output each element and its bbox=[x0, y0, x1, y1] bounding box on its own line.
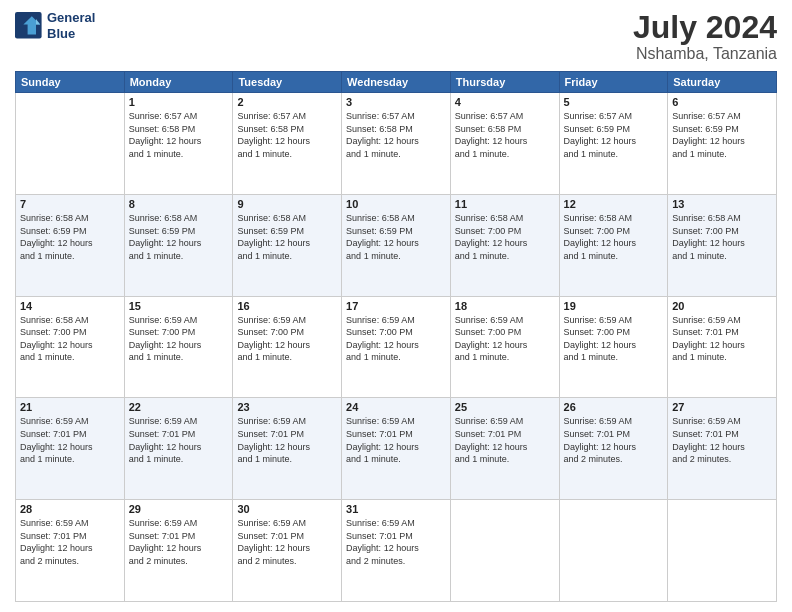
day-info: Sunrise: 6:57 AMSunset: 6:58 PMDaylight:… bbox=[346, 110, 446, 160]
calendar-cell bbox=[559, 500, 668, 602]
calendar-cell: 30Sunrise: 6:59 AMSunset: 7:01 PMDayligh… bbox=[233, 500, 342, 602]
calendar-cell: 1Sunrise: 6:57 AMSunset: 6:58 PMDaylight… bbox=[124, 93, 233, 195]
calendar-cell: 22Sunrise: 6:59 AMSunset: 7:01 PMDayligh… bbox=[124, 398, 233, 500]
location: Nshamba, Tanzania bbox=[633, 45, 777, 63]
calendar-week-row: 28Sunrise: 6:59 AMSunset: 7:01 PMDayligh… bbox=[16, 500, 777, 602]
day-number: 14 bbox=[20, 300, 120, 312]
day-number: 9 bbox=[237, 198, 337, 210]
day-info: Sunrise: 6:57 AMSunset: 6:59 PMDaylight:… bbox=[672, 110, 772, 160]
day-number: 1 bbox=[129, 96, 229, 108]
calendar-cell: 18Sunrise: 6:59 AMSunset: 7:00 PMDayligh… bbox=[450, 296, 559, 398]
day-info: Sunrise: 6:59 AMSunset: 7:01 PMDaylight:… bbox=[672, 314, 772, 364]
calendar-cell: 31Sunrise: 6:59 AMSunset: 7:01 PMDayligh… bbox=[342, 500, 451, 602]
day-info: Sunrise: 6:59 AMSunset: 7:00 PMDaylight:… bbox=[455, 314, 555, 364]
day-number: 20 bbox=[672, 300, 772, 312]
month-year: July 2024 bbox=[633, 10, 777, 45]
day-info: Sunrise: 6:59 AMSunset: 7:01 PMDaylight:… bbox=[564, 415, 664, 465]
day-header-sunday: Sunday bbox=[16, 72, 125, 93]
calendar-cell: 8Sunrise: 6:58 AMSunset: 6:59 PMDaylight… bbox=[124, 194, 233, 296]
day-number: 24 bbox=[346, 401, 446, 413]
calendar-cell bbox=[16, 93, 125, 195]
day-info: Sunrise: 6:57 AMSunset: 6:58 PMDaylight:… bbox=[455, 110, 555, 160]
calendar-cell: 9Sunrise: 6:58 AMSunset: 6:59 PMDaylight… bbox=[233, 194, 342, 296]
day-info: Sunrise: 6:57 AMSunset: 6:58 PMDaylight:… bbox=[237, 110, 337, 160]
calendar-cell: 24Sunrise: 6:59 AMSunset: 7:01 PMDayligh… bbox=[342, 398, 451, 500]
day-number: 7 bbox=[20, 198, 120, 210]
day-info: Sunrise: 6:59 AMSunset: 7:01 PMDaylight:… bbox=[129, 415, 229, 465]
day-info: Sunrise: 6:58 AMSunset: 6:59 PMDaylight:… bbox=[346, 212, 446, 262]
day-number: 4 bbox=[455, 96, 555, 108]
calendar-cell: 6Sunrise: 6:57 AMSunset: 6:59 PMDaylight… bbox=[668, 93, 777, 195]
calendar-cell: 7Sunrise: 6:58 AMSunset: 6:59 PMDaylight… bbox=[16, 194, 125, 296]
day-info: Sunrise: 6:59 AMSunset: 7:01 PMDaylight:… bbox=[346, 415, 446, 465]
day-header-friday: Friday bbox=[559, 72, 668, 93]
day-info: Sunrise: 6:58 AMSunset: 6:59 PMDaylight:… bbox=[129, 212, 229, 262]
day-header-tuesday: Tuesday bbox=[233, 72, 342, 93]
day-info: Sunrise: 6:59 AMSunset: 7:00 PMDaylight:… bbox=[129, 314, 229, 364]
day-number: 15 bbox=[129, 300, 229, 312]
calendar-week-row: 21Sunrise: 6:59 AMSunset: 7:01 PMDayligh… bbox=[16, 398, 777, 500]
calendar-cell: 10Sunrise: 6:58 AMSunset: 6:59 PMDayligh… bbox=[342, 194, 451, 296]
day-number: 10 bbox=[346, 198, 446, 210]
calendar-cell: 21Sunrise: 6:59 AMSunset: 7:01 PMDayligh… bbox=[16, 398, 125, 500]
day-info: Sunrise: 6:58 AMSunset: 6:59 PMDaylight:… bbox=[20, 212, 120, 262]
day-info: Sunrise: 6:59 AMSunset: 7:01 PMDaylight:… bbox=[20, 517, 120, 567]
day-info: Sunrise: 6:59 AMSunset: 7:01 PMDaylight:… bbox=[346, 517, 446, 567]
day-number: 27 bbox=[672, 401, 772, 413]
calendar-cell: 25Sunrise: 6:59 AMSunset: 7:01 PMDayligh… bbox=[450, 398, 559, 500]
calendar-cell: 19Sunrise: 6:59 AMSunset: 7:00 PMDayligh… bbox=[559, 296, 668, 398]
logo: General Blue bbox=[15, 10, 95, 41]
calendar-cell: 12Sunrise: 6:58 AMSunset: 7:00 PMDayligh… bbox=[559, 194, 668, 296]
calendar-cell: 28Sunrise: 6:59 AMSunset: 7:01 PMDayligh… bbox=[16, 500, 125, 602]
day-info: Sunrise: 6:58 AMSunset: 7:00 PMDaylight:… bbox=[672, 212, 772, 262]
calendar-header-row: SundayMondayTuesdayWednesdayThursdayFrid… bbox=[16, 72, 777, 93]
calendar-table: SundayMondayTuesdayWednesdayThursdayFrid… bbox=[15, 71, 777, 602]
day-header-wednesday: Wednesday bbox=[342, 72, 451, 93]
title-block: July 2024 Nshamba, Tanzania bbox=[633, 10, 777, 63]
calendar-cell: 17Sunrise: 6:59 AMSunset: 7:00 PMDayligh… bbox=[342, 296, 451, 398]
calendar-cell: 13Sunrise: 6:58 AMSunset: 7:00 PMDayligh… bbox=[668, 194, 777, 296]
day-number: 6 bbox=[672, 96, 772, 108]
day-number: 13 bbox=[672, 198, 772, 210]
day-info: Sunrise: 6:59 AMSunset: 7:00 PMDaylight:… bbox=[346, 314, 446, 364]
day-header-saturday: Saturday bbox=[668, 72, 777, 93]
calendar-cell: 14Sunrise: 6:58 AMSunset: 7:00 PMDayligh… bbox=[16, 296, 125, 398]
day-number: 17 bbox=[346, 300, 446, 312]
day-number: 26 bbox=[564, 401, 664, 413]
calendar-cell: 23Sunrise: 6:59 AMSunset: 7:01 PMDayligh… bbox=[233, 398, 342, 500]
calendar-cell: 15Sunrise: 6:59 AMSunset: 7:00 PMDayligh… bbox=[124, 296, 233, 398]
page: General Blue July 2024 Nshamba, Tanzania… bbox=[0, 0, 792, 612]
general-blue-icon bbox=[15, 12, 43, 40]
day-info: Sunrise: 6:58 AMSunset: 7:00 PMDaylight:… bbox=[455, 212, 555, 262]
day-number: 28 bbox=[20, 503, 120, 515]
day-info: Sunrise: 6:59 AMSunset: 7:01 PMDaylight:… bbox=[237, 415, 337, 465]
logo-text: General Blue bbox=[47, 10, 95, 41]
day-number: 22 bbox=[129, 401, 229, 413]
calendar-week-row: 1Sunrise: 6:57 AMSunset: 6:58 PMDaylight… bbox=[16, 93, 777, 195]
logo-line2: Blue bbox=[47, 26, 95, 42]
day-info: Sunrise: 6:59 AMSunset: 7:00 PMDaylight:… bbox=[237, 314, 337, 364]
calendar-cell: 3Sunrise: 6:57 AMSunset: 6:58 PMDaylight… bbox=[342, 93, 451, 195]
calendar-cell bbox=[450, 500, 559, 602]
day-info: Sunrise: 6:59 AMSunset: 7:01 PMDaylight:… bbox=[129, 517, 229, 567]
day-info: Sunrise: 6:59 AMSunset: 7:01 PMDaylight:… bbox=[20, 415, 120, 465]
calendar-cell: 29Sunrise: 6:59 AMSunset: 7:01 PMDayligh… bbox=[124, 500, 233, 602]
header: General Blue July 2024 Nshamba, Tanzania bbox=[15, 10, 777, 63]
calendar-cell bbox=[668, 500, 777, 602]
day-info: Sunrise: 6:59 AMSunset: 7:01 PMDaylight:… bbox=[237, 517, 337, 567]
day-info: Sunrise: 6:58 AMSunset: 7:00 PMDaylight:… bbox=[20, 314, 120, 364]
day-info: Sunrise: 6:57 AMSunset: 6:59 PMDaylight:… bbox=[564, 110, 664, 160]
day-number: 16 bbox=[237, 300, 337, 312]
day-info: Sunrise: 6:59 AMSunset: 7:01 PMDaylight:… bbox=[672, 415, 772, 465]
day-number: 19 bbox=[564, 300, 664, 312]
day-header-monday: Monday bbox=[124, 72, 233, 93]
day-header-thursday: Thursday bbox=[450, 72, 559, 93]
calendar-week-row: 7Sunrise: 6:58 AMSunset: 6:59 PMDaylight… bbox=[16, 194, 777, 296]
day-number: 5 bbox=[564, 96, 664, 108]
calendar-week-row: 14Sunrise: 6:58 AMSunset: 7:00 PMDayligh… bbox=[16, 296, 777, 398]
day-number: 30 bbox=[237, 503, 337, 515]
day-info: Sunrise: 6:58 AMSunset: 6:59 PMDaylight:… bbox=[237, 212, 337, 262]
calendar-cell: 27Sunrise: 6:59 AMSunset: 7:01 PMDayligh… bbox=[668, 398, 777, 500]
calendar-cell: 11Sunrise: 6:58 AMSunset: 7:00 PMDayligh… bbox=[450, 194, 559, 296]
calendar-cell: 5Sunrise: 6:57 AMSunset: 6:59 PMDaylight… bbox=[559, 93, 668, 195]
